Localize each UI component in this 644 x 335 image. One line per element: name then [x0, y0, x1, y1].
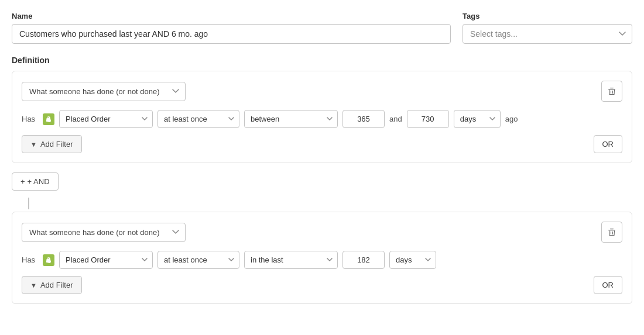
days-select-2[interactable]: days [389, 251, 436, 269]
name-input[interactable] [12, 24, 451, 44]
or-button-2[interactable]: OR [594, 276, 623, 294]
add-filter-label-2: Add Filter [40, 281, 73, 289]
tags-label: Tags [463, 12, 632, 20]
frequency-select-1[interactable]: at least once [157, 110, 239, 128]
shopify-icon-2 [43, 254, 54, 266]
or-button-1[interactable]: OR [594, 135, 623, 153]
between-connectors: + + AND [12, 165, 632, 209]
days-select-1[interactable]: days [454, 110, 501, 128]
condition-type-row-2: What someone has done (or not done) [22, 222, 622, 243]
tags-field-group: Tags Select tags... [463, 12, 632, 44]
and-connector: + + AND [12, 172, 59, 191]
and-button[interactable]: + + AND [12, 172, 59, 191]
has-label-1: Has [22, 115, 38, 123]
definition-label: Definition [12, 56, 632, 65]
trash-icon-1 [608, 87, 616, 95]
filter-row-2: Has Placed Order at least once in the la… [22, 251, 622, 269]
event-select-2[interactable]: Placed Order [59, 251, 153, 269]
top-row: Name Tags Select tags... [12, 12, 632, 44]
value1-input-2[interactable] [342, 251, 385, 269]
condition-block-2: What someone has done (or not done) Has … [12, 212, 632, 304]
name-label: Name [12, 12, 451, 20]
timerange-select-1[interactable]: between [244, 110, 338, 128]
name-field-group: Name [12, 12, 451, 44]
filter-row-1: Has Placed Order at least once between a… [22, 110, 622, 128]
svg-rect-5 [610, 229, 614, 229]
connector-line [28, 198, 29, 209]
filter-icon-1: ▼ [30, 141, 37, 148]
add-filter-button-2[interactable]: ▼ Add Filter [22, 276, 82, 294]
condition-block-1: What someone has done (or not done) Has … [12, 71, 632, 163]
tags-select[interactable]: Select tags... [463, 24, 632, 44]
filter-icon-2: ▼ [30, 282, 37, 289]
has-label-2: Has [22, 255, 38, 264]
svg-rect-4 [608, 230, 615, 230]
and-label: + AND [28, 177, 50, 186]
delete-button-2[interactable] [601, 222, 622, 243]
frequency-select-2[interactable]: at least once [157, 251, 239, 269]
and-text-1: and [389, 115, 402, 123]
add-filter-button-1[interactable]: ▼ Add Filter [22, 135, 82, 153]
condition-type-select-1[interactable]: What someone has done (or not done) [22, 82, 186, 101]
ago-text-1: ago [505, 115, 518, 123]
svg-rect-0 [608, 89, 615, 89]
condition-type-row-1: What someone has done (or not done) [22, 81, 622, 102]
add-filter-label-1: Add Filter [40, 140, 73, 148]
timerange-select-2[interactable]: in the last [244, 251, 338, 269]
bottom-filter-row-2: ▼ Add Filter OR [22, 276, 622, 294]
svg-rect-1 [610, 88, 614, 88]
value1-input-1[interactable] [342, 110, 385, 128]
and-plus: + [20, 177, 25, 186]
bottom-filter-row-1: ▼ Add Filter OR [22, 135, 622, 153]
shopify-icon-1 [43, 113, 54, 125]
delete-button-1[interactable] [601, 81, 622, 102]
condition-type-select-2[interactable]: What someone has done (or not done) [22, 223, 186, 242]
value2-input-1[interactable] [407, 110, 449, 128]
trash-icon-2 [608, 228, 616, 236]
event-select-1[interactable]: Placed Order [59, 110, 153, 128]
